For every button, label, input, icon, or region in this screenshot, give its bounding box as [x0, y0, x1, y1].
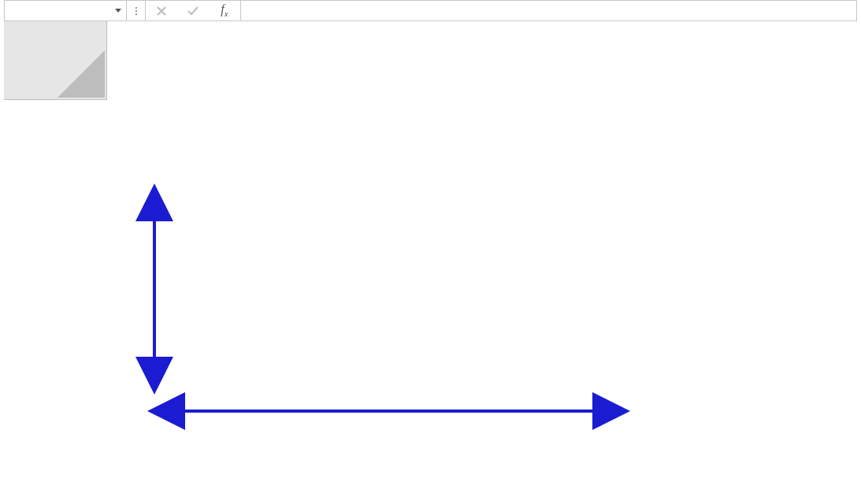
select-all-triangle-icon [58, 50, 105, 98]
cell-area [107, 100, 857, 504]
cancel-button[interactable] [146, 1, 177, 20]
enter-button[interactable] [177, 1, 209, 20]
formula-input[interactable] [241, 1, 856, 20]
chevron-down-icon [115, 9, 121, 13]
column-headers [107, 21, 857, 100]
row-headers [4, 100, 107, 504]
fx-icon: fx [221, 2, 228, 18]
select-all-corner[interactable] [4, 21, 107, 100]
check-icon [187, 6, 199, 16]
spreadsheet-grid [4, 21, 857, 504]
name-box[interactable] [5, 1, 127, 20]
formula-bar-buttons: fx [146, 1, 241, 20]
formula-bar: fx [4, 0, 857, 21]
x-icon [157, 6, 166, 16]
drag-dots-icon [135, 7, 137, 15]
insert-function-button[interactable]: fx [209, 1, 240, 20]
name-box-resize-handle[interactable] [127, 1, 146, 20]
